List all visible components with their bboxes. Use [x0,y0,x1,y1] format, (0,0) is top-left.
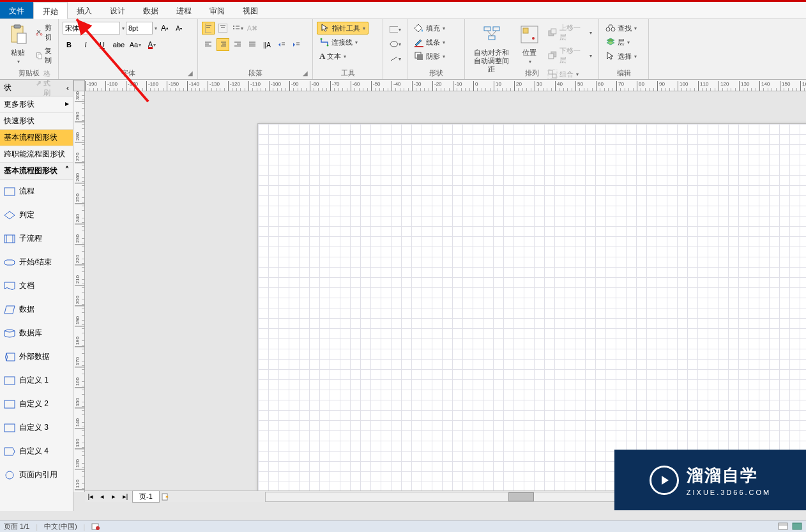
text-direction-button[interactable]: ||A [261,38,273,51]
decrease-indent-button[interactable] [275,38,288,51]
font-color-button[interactable]: A▾ [146,38,158,51]
align-right-button[interactable] [231,38,244,51]
font-name-input[interactable] [63,22,120,34]
fill-button[interactable]: 填充▾ [411,22,448,34]
select-button[interactable]: 选择▾ [603,50,639,63]
cross-functional-cat[interactable]: 跨职能流程图形状 [0,146,73,163]
tab-data[interactable]: 数据 [134,2,167,19]
text-tool-button[interactable]: A文本▾ [317,50,349,63]
next-page-button[interactable]: ▸ [108,492,119,502]
find-button[interactable]: 查找▾ [603,22,639,34]
normal-view-button[interactable] [778,522,788,531]
tab-review[interactable]: 审阅 [201,2,234,19]
shape-item-11[interactable]: 自定义 4 [0,439,73,463]
new-page-button[interactable]: ✶ [160,492,171,502]
align-left-button[interactable] [202,38,215,51]
last-page-button[interactable]: ▸| [119,492,131,502]
clipboard-group-title: 剪贴板 [0,69,58,79]
svg-rect-1 [14,25,20,28]
cut-button[interactable]: 剪切 [33,22,57,43]
drawing-page[interactable] [257,123,806,492]
pointer-tool-button[interactable]: 指针工具▾ [317,22,369,34]
scissors-icon [36,27,43,38]
prev-page-button[interactable]: ◂ [96,492,108,502]
shape-item-12[interactable]: 页面内引用 [0,463,73,487]
italic-button[interactable]: I [79,38,92,51]
tab-home[interactable]: 开始 [33,2,68,19]
chevron-up-icon[interactable]: ˄ [65,165,69,176]
clear-format-button[interactable]: A✖ [246,22,259,34]
shape-item-10[interactable]: 自定义 3 [0,416,73,439]
align-center-button[interactable] [217,38,229,51]
page-1-tab[interactable]: 页-1 [132,490,160,503]
horizontal-ruler[interactable]: -190-180-170-160-150-140-130-120-110-100… [85,80,806,91]
auto-align-button[interactable]: 自动对齐和自动调整间距 [469,22,514,77]
tab-view[interactable]: 视图 [234,2,267,19]
line-label: 线条 [426,38,440,47]
select-icon [605,51,616,61]
shape-item-9[interactable]: 自定义 2 [0,392,73,416]
bullets-button[interactable]: ▾ [231,22,244,34]
send-backward-button[interactable]: 下移一层▾ [545,45,595,66]
tab-design[interactable]: 设计 [101,2,134,19]
chevron-left-icon[interactable]: ‹ [66,84,69,93]
change-case-button[interactable]: Aa▾ [129,38,142,51]
shape-item-5[interactable]: 数据 [0,298,73,321]
increase-font-button[interactable]: A▴ [158,22,171,34]
shape-item-label: 文档 [19,280,34,291]
font-size-input[interactable] [126,22,153,34]
paragraph-dialog-launcher[interactable]: ◢ [303,70,311,78]
basic-flowchart-cat[interactable]: 基本流程图形状 [0,130,73,146]
font-dialog-launcher[interactable]: ◢ [188,70,196,78]
svg-rect-43 [484,27,490,31]
tab-file[interactable]: 文件 [0,2,33,19]
tab-insert[interactable]: 插入 [68,2,101,19]
paste-button[interactable]: 粘贴▾ [4,22,32,68]
vertical-ruler[interactable]: 3002902802702602502402302202102001901801… [73,91,85,492]
decrease-font-button[interactable]: A▾ [172,22,185,34]
line-button[interactable]: ▾ [389,52,402,65]
shadow-icon [414,51,424,61]
shape-item-4[interactable]: 文档 [0,274,73,298]
shape-preview-icon [4,329,15,338]
tab-process[interactable]: 进程 [167,2,201,19]
shape-item-7[interactable]: 外部数据 [0,345,73,369]
h-scroll-thumb[interactable] [508,492,534,501]
shape-preview-icon [4,471,15,480]
shape-item-8[interactable]: 自定义 1 [0,369,73,392]
canvas-scroll[interactable] [85,91,806,492]
increase-indent-button[interactable] [290,38,303,51]
layers-button[interactable]: 层▾ [603,36,632,49]
copy-button[interactable]: 复制 [33,45,57,66]
svg-point-50 [532,37,535,40]
shadow-label: 阴影 [426,52,440,61]
strikethrough-button[interactable]: abe [112,38,125,51]
bring-forward-button[interactable]: 上移一层▾ [545,22,595,43]
justify-button[interactable] [246,38,259,51]
shape-item-0[interactable]: 流程 [0,179,73,203]
macro-record-button[interactable] [91,522,100,531]
shape-item-3[interactable]: 开始/结束 [0,250,73,274]
connector-tool-button[interactable]: 连接线▾ [317,36,360,49]
svg-point-36 [327,45,329,47]
shape-item-1[interactable]: 判定 [0,203,73,227]
ellipse-button[interactable]: ▾ [389,38,402,50]
svg-point-3 [36,33,38,35]
align-top-left-button[interactable] [202,22,215,34]
underline-button[interactable]: U [96,38,109,51]
line-style-button[interactable]: 线条▾ [411,36,448,49]
bold-button[interactable]: B [63,38,75,51]
language-indicator[interactable]: 中文(中国) [44,522,77,531]
first-page-button[interactable]: |◂ [85,492,96,502]
shape-item-label: 自定义 2 [19,399,49,409]
shadow-button[interactable]: 阴影▾ [411,50,448,63]
font-size-dropdown-icon[interactable]: ▾ [155,26,157,31]
shape-item-6[interactable]: 数据库 [0,321,73,345]
rectangle-button[interactable]: ▾ [389,23,402,36]
align-top-center-button[interactable] [217,22,229,34]
position-button[interactable]: 位置▾ [515,22,544,68]
font-name-dropdown-icon[interactable]: ▾ [122,26,125,31]
shape-item-2[interactable]: 子流程 [0,227,73,250]
quick-shapes-cat[interactable]: 快速形状 [0,113,73,130]
full-screen-button[interactable] [792,522,802,531]
